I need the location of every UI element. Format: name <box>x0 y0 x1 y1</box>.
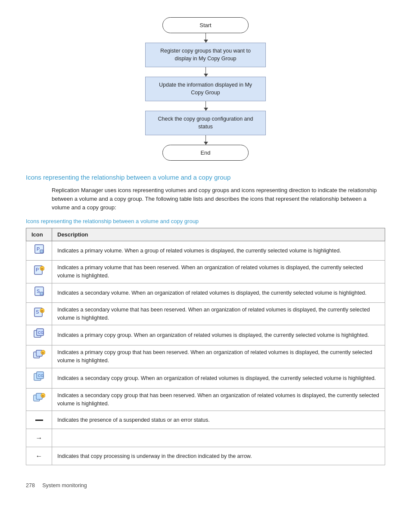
table-cell-description: Indicates a secondary copy group. When a… <box>52 368 385 388</box>
secondary-copy-group-reserved-icon: R <box>33 393 45 403</box>
table-row: P R Indicates a primary volume that has … <box>26 261 385 283</box>
icon-cell-secondary-copy-group: CG <box>26 368 52 388</box>
table-cell-description: Indicates a primary copy group that has … <box>52 345 385 368</box>
icon-cell-primary-copy-group: CG <box>26 325 52 345</box>
svg-text:S: S <box>37 289 40 294</box>
table-row: ← Indicates that copy processing is unde… <box>26 447 385 465</box>
flow-step-3: Check the copy group configuration and s… <box>145 111 266 135</box>
flow-step-1-label: Register copy groups that you want to di… <box>160 48 251 62</box>
table-cell-description <box>52 429 385 447</box>
table-row: S Indicates a secondary volume. When an … <box>26 283 385 302</box>
flow-step-2: Update the information displayed in My C… <box>145 77 266 101</box>
svg-rect-9 <box>40 292 43 295</box>
svg-rect-2 <box>40 250 43 253</box>
page-number: 278 <box>26 482 35 488</box>
flow-arrow-4 <box>206 135 206 145</box>
table-row: CG Indicates a primary copy group. When … <box>26 325 385 345</box>
flow-end: End <box>162 145 249 161</box>
table-cell-description: Indicates the presence of a suspended st… <box>52 411 385 429</box>
icon-cell-dash <box>26 411 52 429</box>
table-cell-description: Indicates a secondary volume. When an or… <box>52 283 385 302</box>
svg-text:P: P <box>36 267 39 272</box>
flow-step-1: Register copy groups that you want to di… <box>145 43 266 67</box>
arrow-left-icon: ← <box>36 452 43 460</box>
svg-text:CG: CG <box>38 330 44 335</box>
table-cell-description: Indicates a primary copy group. When an … <box>52 325 385 345</box>
secondary-volume-reserved-icon: S R <box>34 308 44 317</box>
flow-arrow-2 <box>206 67 206 77</box>
flow-step-3-label: Check the copy group configuration and s… <box>158 116 253 130</box>
primary-copy-group-reserved-icon: R <box>33 350 45 360</box>
sub-heading: Icons representing the relationship betw… <box>26 218 385 224</box>
page-label: System monitoring <box>42 482 87 488</box>
page-footer: 278 System monitoring <box>26 482 385 488</box>
svg-text:R: R <box>42 352 44 355</box>
flow-arrow-1 <box>206 33 206 43</box>
svg-text:R: R <box>41 309 44 313</box>
icon-cell-arrow-right: → <box>26 429 52 447</box>
primary-volume-icon: P <box>34 244 44 254</box>
primary-copy-group-icon: CG <box>34 328 45 339</box>
table-row: → <box>26 429 385 447</box>
secondary-volume-icon: S <box>34 286 44 296</box>
icon-cell-arrow-left: ← <box>26 447 52 465</box>
icon-cell-primary-copy-group-reserved: R <box>26 345 52 368</box>
flowchart: Start Register copy groups that you want… <box>132 17 279 161</box>
svg-text:R: R <box>41 267 44 271</box>
section-heading: Icons representing the relationship betw… <box>26 174 385 181</box>
svg-text:CG: CG <box>38 373 44 378</box>
icon-cell-secondary-vol-reserved: S R <box>26 302 52 325</box>
arrow-right-icon: → <box>36 434 43 442</box>
table-cell-description: Indicates that copy processing is underw… <box>52 447 385 465</box>
flow-end-label: End <box>200 149 210 156</box>
table-row: R Indicates a secondary copy group that … <box>26 388 385 411</box>
icon-cell-primary-vol: P <box>26 241 52 261</box>
icon-cell-secondary-copy-group-reserved: R <box>26 388 52 411</box>
table-row: P Indicates a primary volume. When a gro… <box>26 241 385 261</box>
secondary-copy-group-icon: CG <box>34 371 45 382</box>
icon-cell-secondary-vol: S <box>26 283 52 302</box>
flow-start-label: Start <box>199 22 211 28</box>
flow-step-2-label: Update the information displayed in My C… <box>159 82 252 96</box>
table-row: CG Indicates a secondary copy group. Whe… <box>26 368 385 388</box>
table-row: S R Indicates a secondary volume that ha… <box>26 302 385 325</box>
dash-icon <box>35 420 43 421</box>
table-cell-description: Indicates a primary volume that has been… <box>52 261 385 283</box>
table-header-description: Description <box>52 228 385 241</box>
table-row: R Indicates a primary copy group that ha… <box>26 345 385 368</box>
flow-start: Start <box>162 17 249 33</box>
icon-cell-primary-vol-reserved: P R <box>26 261 52 283</box>
svg-text:P: P <box>37 246 40 252</box>
body-text: Replication Manager uses icons represent… <box>52 186 385 212</box>
table-cell-description: Indicates a secondary copy group that ha… <box>52 388 385 411</box>
table-header-icon: Icon <box>26 228 52 241</box>
table-row: Indicates the presence of a suspended st… <box>26 411 385 429</box>
flow-arrow-3 <box>206 101 206 111</box>
svg-text:R: R <box>42 395 44 398</box>
svg-text:S: S <box>36 309 39 314</box>
table-cell-description: Indicates a primary volume. When a group… <box>52 241 385 261</box>
icon-table: Icon Description P Indicates a primary v… <box>26 228 385 465</box>
table-cell-description: Indicates a secondary volume that has be… <box>52 302 385 325</box>
primary-volume-reserved-icon: P R <box>34 265 44 275</box>
